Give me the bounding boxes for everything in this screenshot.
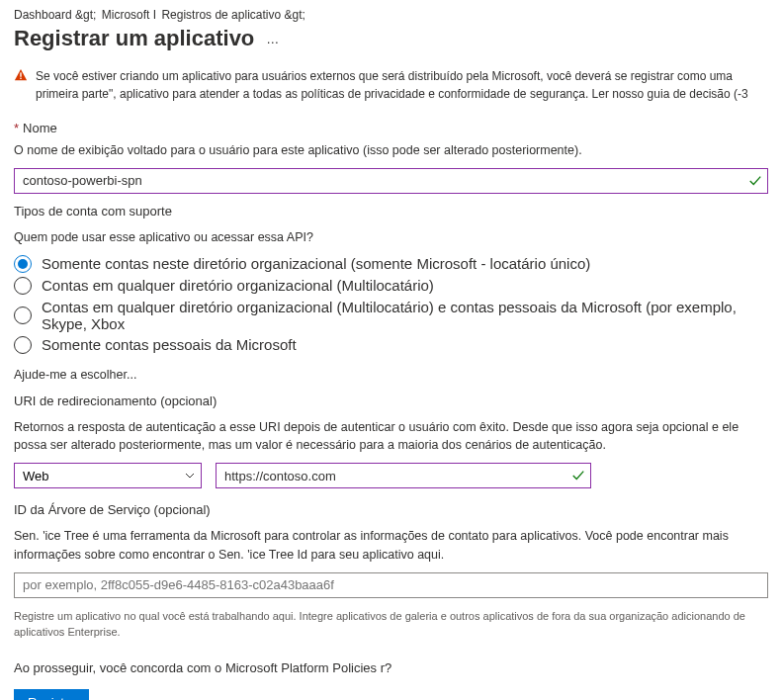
warning-icon	[14, 68, 28, 82]
account-types-label: Tipos de conta com suporte	[14, 204, 768, 219]
radio-multitenant[interactable]: Contas em qualquer diretório organizacio…	[14, 277, 768, 295]
warning-text: Se você estiver criando um aplicativo pa…	[36, 67, 768, 103]
redirect-uri-help: Retornos a resposta de autenticação a es…	[14, 418, 768, 456]
redirect-uri-input[interactable]	[216, 463, 591, 488]
radio-multitenant-personal[interactable]: Contas em qualquer diretório organizacio…	[14, 299, 768, 332]
enterprise-note: Registre um aplicativo no qual você está…	[14, 608, 768, 641]
radio-icon	[14, 277, 32, 295]
radio-label: Somente contas neste diretório organizac…	[42, 255, 590, 272]
consent-text: Ao prosseguir, você concorda com o Micro…	[14, 660, 768, 675]
name-help: O nome de exibição voltado para o usuári…	[14, 141, 768, 160]
help-me-choose-link[interactable]: Ajude-me a escolher...	[14, 368, 768, 382]
radio-label: Somente contas pessoais da Microsoft	[42, 336, 297, 353]
check-icon	[748, 174, 762, 188]
breadcrumb-item[interactable]: Dashboard &gt;	[14, 8, 96, 22]
account-type-radio-group: Somente contas neste diretório organizac…	[14, 255, 768, 354]
radio-icon	[14, 255, 32, 273]
page-title: Registrar um aplicativo	[14, 26, 254, 51]
more-icon[interactable]: …	[266, 32, 281, 46]
warning-box: Se você estiver criando um aplicativo pa…	[14, 61, 768, 113]
svg-rect-1	[20, 72, 21, 76]
account-types-question: Quem pode usar esse aplicativo ou acessa…	[14, 228, 768, 247]
service-tree-input[interactable]	[14, 572, 768, 598]
service-tree-input-wrap	[14, 572, 768, 598]
redirect-uri-row	[14, 463, 768, 488]
redirect-uri-input-wrap	[216, 463, 591, 488]
breadcrumb: Dashboard &gt; Microsoft I Registros de …	[14, 8, 768, 22]
required-mark: *	[14, 121, 19, 135]
radio-icon	[14, 306, 32, 324]
redirect-uri-label: URI de redirecionamento (opcional)	[14, 394, 768, 408]
radio-label: Contas em qualquer diretório organizacio…	[42, 299, 768, 332]
name-label: *Nome	[14, 121, 768, 135]
radio-icon	[14, 336, 32, 354]
platform-select-wrap	[14, 463, 202, 488]
svg-rect-2	[20, 78, 21, 79]
page-title-row: Registrar um aplicativo …	[14, 26, 768, 51]
radio-label: Contas em qualquer diretório organizacio…	[42, 277, 434, 294]
name-input[interactable]	[14, 168, 768, 194]
platform-select[interactable]	[14, 463, 202, 488]
breadcrumb-item[interactable]: Microsoft I	[102, 8, 156, 22]
check-icon	[571, 469, 585, 482]
breadcrumb-item[interactable]: Registros de aplicativo &gt;	[161, 8, 304, 22]
name-input-wrap	[14, 168, 768, 194]
radio-single-tenant[interactable]: Somente contas neste diretório organizac…	[14, 255, 768, 273]
service-tree-label: ID da Árvore de Serviço (opcional)	[14, 502, 768, 517]
radio-personal-only[interactable]: Somente contas pessoais da Microsoft	[14, 336, 768, 354]
register-button[interactable]: Register	[14, 689, 89, 701]
service-tree-help: Sen. 'ice Tree é uma ferramenta da Micro…	[14, 527, 768, 565]
